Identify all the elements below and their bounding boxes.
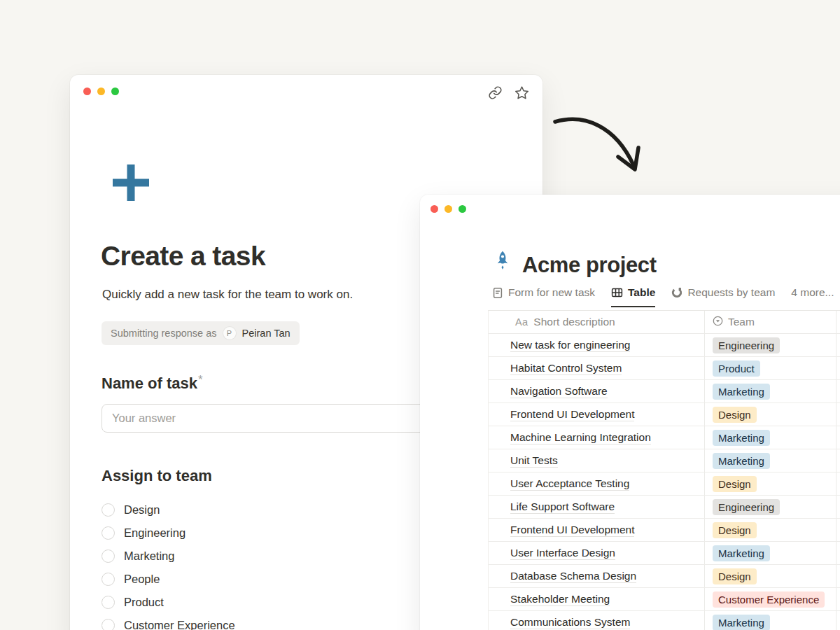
submitting-as-label: Submitting response as [111,328,217,339]
column-team[interactable]: Team [704,311,836,333]
task-title: Stakeholder Meeting [510,593,610,606]
task-title-cell[interactable]: Stakeholder Meeting [489,588,704,610]
radio-button[interactable] [102,550,115,563]
table-row: New task for engineering Engineering [489,334,840,357]
close-window-button[interactable] [83,88,91,95]
team-cell[interactable]: Customer Experience [704,588,836,610]
radio-option-label: Customer Experience [124,619,235,630]
task-title-cell[interactable]: Communications System [489,611,704,630]
task-title: New task for engineering [510,339,630,352]
task-title-cell[interactable]: Unit Tests [489,449,704,472]
zoom-window-button[interactable] [458,205,466,213]
team-tag: Design [713,522,757,538]
name-of-task-label: Name of task* [102,373,203,393]
tab-requests-by-team[interactable]: Requests by team [671,286,775,307]
radio-option[interactable]: Engineering [102,525,235,541]
team-cell[interactable]: Marketing [704,426,836,449]
team-tag: Design [713,476,757,492]
column-spacer [836,311,840,333]
radio-button[interactable] [102,619,115,630]
radio-button[interactable] [102,503,115,517]
task-title: Frontend UI Development [510,408,634,421]
radio-button[interactable] [102,596,115,609]
team-tag: Marketing [713,384,770,400]
radio-option[interactable]: Product [102,594,235,610]
form-toolbar [488,85,529,100]
team-cell[interactable]: Marketing [704,611,836,630]
task-title-cell[interactable]: User Interface Design [489,542,704,564]
task-title: Navigation Software [510,385,608,398]
table-header-row: Aa Short description Team [489,311,840,334]
tab-more-views[interactable]: 4 more... [791,286,834,307]
row-spacer [836,426,840,449]
team-cell[interactable]: Product [704,357,836,379]
team-cell[interactable]: Design [704,565,836,587]
task-title-cell[interactable]: Frontend UI Development [489,519,704,541]
link-icon[interactable] [488,85,503,100]
task-title-cell[interactable]: New task for engineering [489,334,704,356]
task-title-cell[interactable]: Habitat Control System [489,357,704,379]
table-window: Acme project Form for new task [420,195,840,630]
radio-option[interactable]: Customer Experience [102,617,235,630]
row-spacer [836,472,840,495]
table-rows: New task for engineering Engineering Hab… [489,334,840,630]
row-spacer [836,565,840,587]
task-title-cell[interactable]: Database Schema Design [489,565,704,587]
window-controls [430,205,466,213]
task-title: Unit Tests [510,454,558,468]
row-spacer [836,519,840,541]
team-tag: Marketing [713,453,770,469]
table-row: Stakeholder Meeting Customer Experience [489,588,840,611]
field-label-text: Name of task [102,374,197,392]
team-cell[interactable]: Design [704,403,836,426]
tab-form-for-new-task[interactable]: Form for new task [492,286,595,307]
table-row: Life Support Software Engineering [489,496,840,519]
radio-option[interactable]: Design [102,502,235,518]
team-cell[interactable]: Engineering [704,496,836,518]
team-cell[interactable]: Design [704,519,836,541]
avatar: P [223,327,236,340]
zoom-window-button[interactable] [111,88,119,95]
task-title-cell[interactable]: User Acceptance Testing [489,472,704,495]
tab-label: Form for new task [508,286,595,299]
team-cell[interactable]: Design [704,472,836,495]
radio-option-label: Marketing [124,550,174,563]
radio-button[interactable] [102,573,115,586]
row-spacer [836,449,840,472]
tab-label: Table [628,286,655,299]
row-spacer [836,334,840,356]
radio-option-label: Engineering [124,526,186,540]
task-title-cell[interactable]: Navigation Software [489,380,704,402]
team-cell[interactable]: Engineering [704,334,836,356]
task-title: Habitat Control System [510,362,622,375]
column-short-description[interactable]: Aa Short description [489,311,704,333]
page-background: Create a task Quickly add a new task for… [0,0,840,630]
table-row: Communications System Marketing [489,611,840,630]
radio-option-label: Design [124,503,160,517]
task-title-cell[interactable]: Frontend UI Development [489,403,704,426]
row-spacer [836,611,840,630]
task-title: User Interface Design [510,547,615,560]
tab-table[interactable]: Table [611,286,655,307]
tab-label: Requests by team [687,286,775,299]
close-window-button[interactable] [430,205,438,213]
table-row: Habitat Control System Product [489,357,840,380]
user-name: Peiran Tan [242,328,290,339]
team-tag: Customer Experience [713,592,825,608]
team-cell[interactable]: Marketing [704,542,836,564]
radio-button[interactable] [102,526,115,540]
team-cell[interactable]: Marketing [704,380,836,402]
submitting-as-chip[interactable]: Submitting response as P Peiran Tan [102,321,300,345]
minimize-window-button[interactable] [97,88,105,95]
task-title-cell[interactable]: Life Support Software [489,496,704,518]
star-icon[interactable] [514,85,529,100]
task-title-cell[interactable]: Machine Learning Integration [489,426,704,449]
form-icon [492,287,503,299]
team-cell[interactable]: Marketing [704,449,836,472]
radio-option[interactable]: Marketing [102,548,235,564]
minimize-window-button[interactable] [444,205,452,213]
radio-option-label: Product [124,596,164,609]
row-spacer [836,496,840,518]
radio-option[interactable]: People [102,571,235,587]
team-tag: Engineering [713,499,780,515]
